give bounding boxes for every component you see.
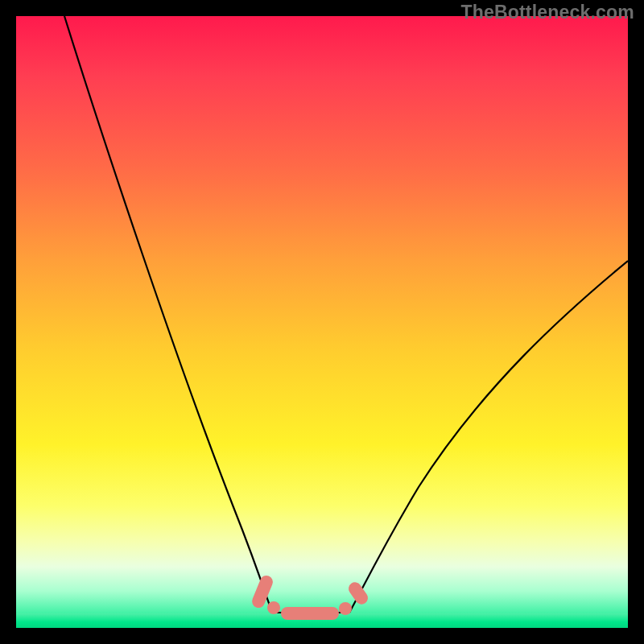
- chart-svg: [16, 16, 628, 628]
- marker-right-pill-1: [346, 580, 370, 607]
- right-curve: [349, 261, 628, 613]
- marker-bottom-pill: [281, 607, 339, 620]
- marker-left-dot-1: [267, 601, 280, 614]
- svg-rect-2: [346, 580, 370, 607]
- chart-plot-area: [16, 16, 628, 628]
- left-curve: [64, 16, 272, 613]
- marker-right-dot-1: [339, 602, 352, 615]
- svg-rect-1: [281, 607, 339, 620]
- watermark-text: TheBottleneck.com: [460, 2, 634, 23]
- marker-group: [250, 574, 370, 620]
